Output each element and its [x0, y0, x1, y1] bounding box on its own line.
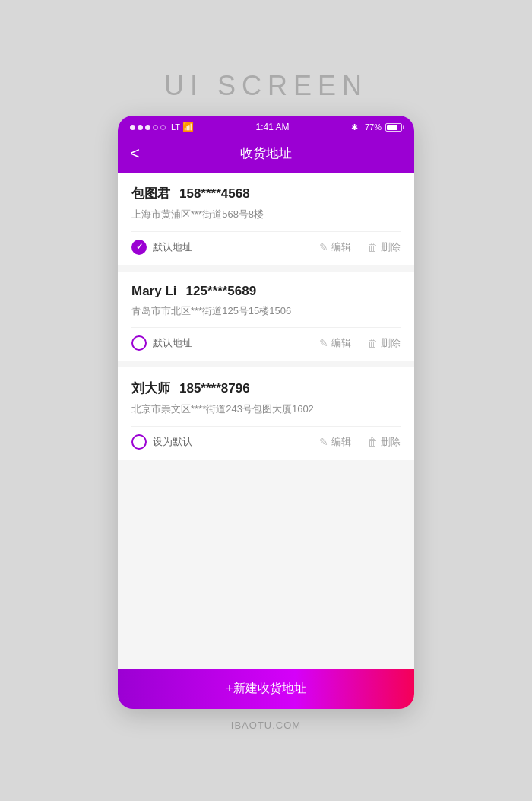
signal-dot-4	[153, 125, 158, 130]
delete-label-2: 删除	[381, 336, 401, 350]
delete-label-1: 删除	[381, 240, 401, 254]
address-footer-3: 设为默认 ✎ 编辑 🗑 删除	[131, 426, 401, 450]
battery-icon	[385, 123, 402, 132]
address-card-3: 刘大师 185****8796 北京市崇文区****街道243号包图大厦1602…	[118, 367, 414, 460]
actions-divider-2	[359, 338, 359, 348]
address-phone-1: 158****4568	[179, 186, 250, 202]
edit-label-2: 编辑	[331, 336, 351, 350]
edit-icon-3: ✎	[319, 436, 328, 448]
phone-frame: LT 📶 1:41 AM ✱ 77% < 收货地址 包图君 158****456…	[118, 116, 414, 709]
watermark: IBAOTU.COM	[231, 720, 301, 731]
actions-1: ✎ 编辑 🗑 删除	[319, 240, 401, 254]
actions-divider-1	[359, 242, 359, 253]
page-title-label: UI SCREEN	[164, 70, 368, 102]
edit-label-3: 编辑	[331, 435, 351, 449]
status-right: ✱ 77%	[351, 122, 402, 132]
content-area: 包图君 158****4568 上海市黄浦区***街道568号8楼 默认地址 ✎…	[118, 173, 414, 669]
wifi-icon: 📶	[182, 122, 194, 132]
address-name-1: 包图君	[131, 185, 170, 202]
delete-button-2[interactable]: 🗑 删除	[367, 336, 401, 350]
actions-3: ✎ 编辑 🗑 删除	[319, 435, 401, 449]
edit-button-1[interactable]: ✎ 编辑	[319, 240, 351, 254]
nav-bar: < 收货地址	[118, 137, 414, 173]
status-left: LT 📶	[130, 122, 194, 132]
status-bar: LT 📶 1:41 AM ✱ 77%	[118, 116, 414, 137]
signal-dot-3	[145, 125, 150, 130]
edit-icon-1: ✎	[319, 241, 328, 253]
bluetooth-icon: ✱	[351, 122, 358, 132]
delete-button-1[interactable]: 🗑 删除	[367, 240, 401, 254]
address-footer-1: 默认地址 ✎ 编辑 🗑 删除	[131, 231, 401, 255]
default-label-3[interactable]: 设为默认	[131, 434, 192, 450]
address-card-1: 包图君 158****4568 上海市黄浦区***街道568号8楼 默认地址 ✎…	[118, 173, 414, 265]
add-address-button[interactable]: +新建收货地址	[118, 669, 414, 709]
address-phone-2: 125****5689	[186, 284, 257, 299]
battery-percent: 77%	[365, 122, 382, 132]
address-header-1: 包图君 158****4568	[131, 185, 401, 202]
signal-dot-5	[160, 125, 166, 130]
signal-dot-2	[138, 125, 143, 130]
default-text-2: 默认地址	[153, 336, 192, 350]
default-text-1: 默认地址	[153, 240, 192, 254]
address-phone-3: 185****8796	[179, 381, 250, 396]
address-card-2: Mary Li 125****5689 青岛市市北区***街道125号15楼15…	[118, 272, 414, 362]
edit-icon-2: ✎	[319, 337, 328, 349]
address-detail-2: 青岛市市北区***街道125号15楼1506	[131, 304, 401, 319]
back-button[interactable]: <	[130, 145, 140, 162]
address-header-2: Mary Li 125****5689	[131, 284, 401, 299]
edit-label-1: 编辑	[331, 240, 351, 254]
actions-2: ✎ 编辑 🗑 删除	[319, 336, 401, 350]
delete-button-3[interactable]: 🗑 删除	[367, 435, 401, 449]
bottom-bar: +新建收货地址	[118, 669, 414, 709]
default-label-2[interactable]: 默认地址	[131, 335, 192, 351]
address-detail-1: 上海市黄浦区***街道568号8楼	[131, 207, 401, 222]
address-header-3: 刘大师 185****8796	[131, 380, 401, 397]
edit-button-2[interactable]: ✎ 编辑	[319, 336, 351, 350]
check-empty-3	[131, 434, 147, 450]
default-label-1[interactable]: 默认地址	[131, 240, 192, 255]
address-name-3: 刘大师	[131, 380, 170, 397]
actions-divider-3	[359, 437, 359, 447]
nav-title: 收货地址	[240, 145, 292, 162]
check-empty-2	[131, 335, 147, 351]
delete-icon-3: 🗑	[367, 436, 378, 448]
address-detail-3: 北京市崇文区****街道243号包图大厦1602	[131, 402, 401, 417]
check-filled-1	[131, 240, 147, 255]
address-name-2: Mary Li	[131, 284, 177, 299]
default-text-3: 设为默认	[153, 435, 192, 449]
address-footer-2: 默认地址 ✎ 编辑 🗑 删除	[131, 327, 401, 351]
status-time: 1:41 AM	[255, 122, 289, 132]
delete-icon-2: 🗑	[367, 337, 378, 349]
carrier-text: LT	[171, 122, 180, 132]
delete-icon-1: 🗑	[367, 241, 378, 253]
edit-button-3[interactable]: ✎ 编辑	[319, 435, 351, 449]
signal-dot-1	[130, 125, 135, 130]
battery-fill	[387, 125, 397, 130]
delete-label-3: 删除	[381, 435, 401, 449]
